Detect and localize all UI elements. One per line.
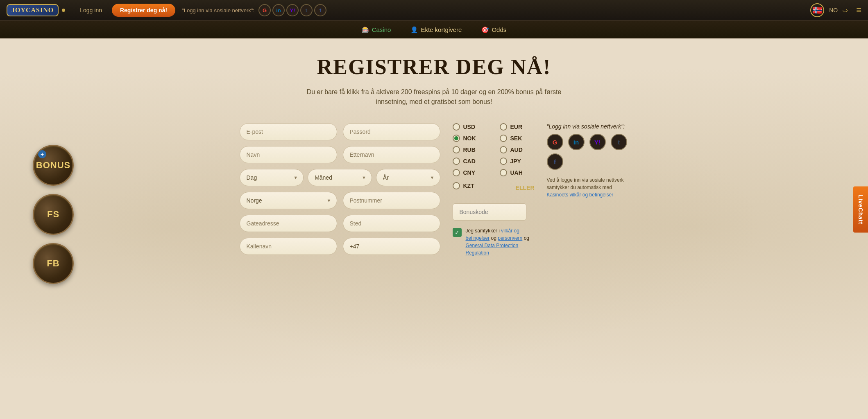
radio-cad (453, 158, 460, 165)
top-bar: JOYCASINO Logg inn Registrer deg nå! "Lo… (0, 0, 868, 21)
jpy-label: JPY (510, 158, 521, 164)
lang-label: NO (829, 7, 838, 14)
cad-label: CAD (463, 158, 476, 164)
gdpr-link[interactable]: General Data Protection Regulation (466, 243, 519, 256)
nickname-field[interactable] (240, 238, 337, 255)
live-label: Ekte kortgivere (421, 26, 462, 33)
bonus-badge[interactable]: + BONUS (33, 145, 74, 186)
logo[interactable]: JOYCASINO (7, 4, 59, 16)
year-select[interactable]: År (376, 169, 440, 186)
linkedin-social-icon[interactable]: in (272, 4, 285, 16)
right-social-title: "Logg inn via sosiale nettverk": (547, 123, 629, 130)
nav-casino[interactable]: 🎰 Casino (362, 26, 391, 34)
currency-jpy[interactable]: JPY (500, 158, 535, 165)
password-field[interactable] (343, 123, 440, 140)
fs-label: FS (47, 209, 59, 220)
month-select[interactable]: Måned (308, 169, 372, 186)
eur-label: EUR (510, 124, 523, 130)
livechat-button[interactable]: LiveChatt (853, 187, 868, 233)
radio-aud-inner (501, 148, 505, 152)
cny-label: CNY (463, 169, 476, 176)
currency-usd[interactable]: USD (453, 123, 487, 131)
bonus-label: BONUS (36, 160, 70, 171)
currency-sek[interactable]: SEK (500, 135, 535, 142)
casino-icon: 🎰 (362, 26, 369, 34)
fb-badge[interactable]: FB (33, 243, 74, 284)
radio-usd-inner (454, 125, 458, 129)
month-wrapper: Måned (308, 169, 372, 186)
register-button[interactable]: Registrer deg nå! (112, 4, 175, 17)
currency-nok[interactable]: NOK (453, 135, 487, 142)
form-container: Dag Måned År (240, 123, 629, 257)
casino-label: Casino (372, 26, 391, 33)
radio-rub-inner (454, 148, 458, 152)
currency-eur[interactable]: EUR (500, 123, 535, 131)
right-linkedin-icon[interactable]: in (568, 134, 585, 150)
hamburger-menu-icon[interactable]: ≡ (856, 5, 861, 16)
bonus-field[interactable] (453, 203, 526, 221)
nok-label: NOK (463, 135, 476, 142)
right-social-row2: f (547, 153, 629, 170)
currency-grid: USD EUR NOK (453, 123, 535, 191)
form-main: Dag Måned År (240, 123, 440, 257)
right-google-icon[interactable]: G (547, 134, 563, 150)
page-title: REGISTRER DEG NÅ! (8, 55, 860, 79)
currency-cad[interactable]: CAD (453, 158, 487, 165)
country-select[interactable]: Norge (240, 192, 337, 209)
right-social-icons-grid: G in Y! t (547, 134, 629, 150)
currency-rub[interactable]: RUB (453, 146, 487, 153)
casino-terms-link[interactable]: Kasinoets vilkår og betingelser (547, 192, 614, 198)
usd-label: USD (463, 124, 476, 130)
right-yahoo-icon[interactable]: Y! (589, 134, 606, 150)
sek-label: SEK (510, 135, 522, 142)
email-field[interactable] (240, 123, 337, 140)
right-facebook-icon[interactable]: f (547, 153, 563, 170)
lang-arrow-icon[interactable]: ⇨ (843, 7, 848, 14)
tumblr-social-icon[interactable]: t (300, 4, 313, 16)
right-social-section: "Logg inn via sosiale nettverk": G in Y!… (547, 123, 629, 257)
radio-cny-inner (454, 171, 458, 175)
secondary-nav: 🎰 Casino 👤 Ekte kortgivere 🎯 Odds (0, 21, 868, 38)
radio-kzt-inner (454, 184, 458, 188)
live-icon: 👤 (410, 26, 418, 34)
phone-field[interactable] (343, 238, 440, 255)
nav-live[interactable]: 👤 Ekte kortgivere (410, 26, 462, 34)
logo-dot (62, 9, 65, 12)
radio-cny (453, 169, 460, 176)
radio-uah (500, 169, 507, 176)
radio-jpy (500, 158, 507, 165)
street-field[interactable] (240, 215, 337, 232)
right-tumblr-icon[interactable]: t (611, 134, 627, 150)
page-subtitle: Du er bare få klikk fra å aktivere 200 f… (8, 87, 860, 107)
nav-odds[interactable]: 🎯 Odds (481, 26, 506, 34)
currency-section: USD EUR NOK (453, 123, 535, 257)
postal-field[interactable] (343, 192, 440, 209)
currency-kzt[interactable]: KZT (453, 180, 487, 191)
currency-aud[interactable]: AUD (500, 146, 535, 153)
consent-checkbox[interactable]: ✓ (453, 228, 462, 237)
aud-label: AUD (510, 146, 523, 153)
radio-nok (453, 135, 460, 142)
radio-usd (453, 123, 460, 131)
day-wrapper: Dag (240, 169, 304, 186)
currency-cny[interactable]: CNY (453, 169, 487, 176)
google-social-icon[interactable]: G (258, 4, 271, 16)
fs-badge[interactable]: FS (33, 194, 74, 235)
firstname-field[interactable] (240, 146, 337, 163)
privacy-link[interactable]: personvern (498, 235, 522, 241)
radio-uah-inner (501, 171, 505, 175)
yahoo-social-icon[interactable]: Y! (286, 4, 299, 16)
day-select[interactable]: Dag (240, 169, 304, 186)
radio-aud (500, 146, 507, 153)
city-field[interactable] (343, 215, 440, 232)
login-button[interactable]: Logg inn (73, 5, 109, 16)
lastname-field[interactable] (343, 146, 440, 163)
flag-icon[interactable]: 🇳🇴 (810, 3, 824, 17)
rub-label: RUB (463, 146, 476, 153)
form-grid: Dag Måned År (240, 123, 440, 255)
side-badges: + BONUS FS FB (33, 145, 74, 284)
facebook-social-icon[interactable]: f (314, 4, 326, 16)
country-wrapper: Norge (240, 192, 337, 209)
currency-uah[interactable]: UAH (500, 169, 535, 176)
radio-kzt (453, 182, 460, 189)
